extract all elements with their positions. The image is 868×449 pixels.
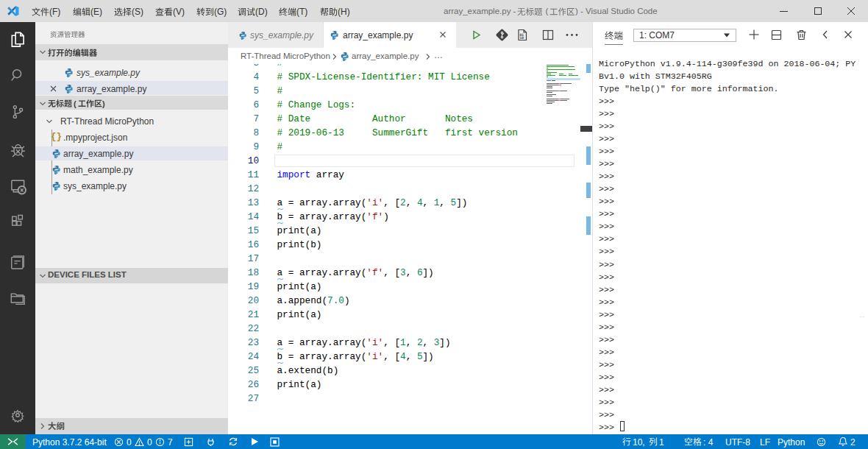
svg-text:10: 10 [519, 36, 524, 40]
